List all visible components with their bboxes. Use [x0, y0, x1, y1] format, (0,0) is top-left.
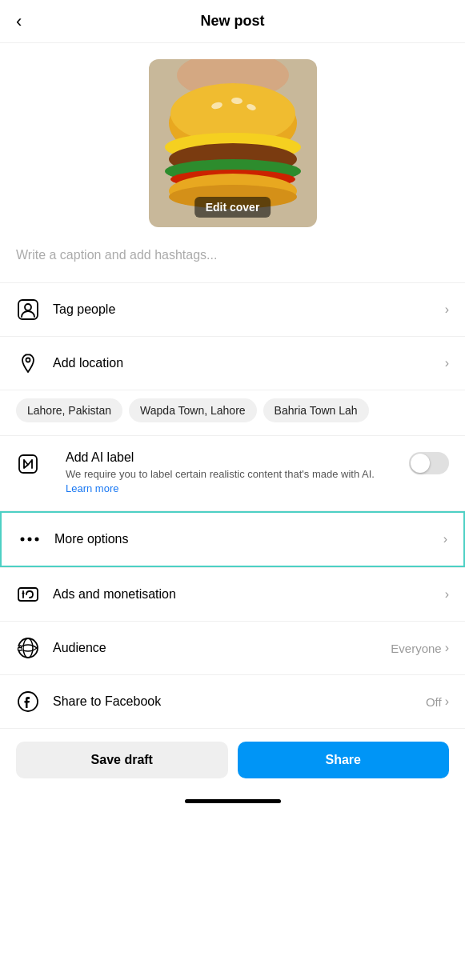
audience-item[interactable]: Audience Everyone ›: [0, 622, 465, 675]
more-options-label: More options: [54, 532, 443, 546]
facebook-icon: [16, 690, 40, 714]
svg-rect-20: [18, 588, 38, 601]
edit-cover-label: Edit cover: [194, 197, 271, 218]
back-button[interactable]: ‹: [16, 11, 22, 32]
audience-label: Audience: [53, 641, 391, 655]
location-icon: [16, 351, 40, 375]
bottom-buttons: Save draft Share: [0, 728, 465, 791]
share-facebook-chevron: ›: [445, 694, 449, 709]
more-options-chevron: ›: [443, 532, 447, 546]
learn-more-link[interactable]: Learn more: [66, 482, 118, 494]
more-options-icon: [18, 527, 42, 551]
add-location-label: Add location: [53, 356, 445, 370]
ai-label-text-block: Add AI label We require you to label cer…: [66, 450, 396, 496]
audience-icon: [16, 636, 40, 660]
ads-chevron: ›: [445, 587, 449, 602]
toggle-knob: [411, 454, 430, 473]
more-options-item[interactable]: More options ›: [0, 511, 465, 567]
chip-bahria[interactable]: Bahria Town Lah: [263, 398, 369, 422]
add-location-item[interactable]: Add location ›: [0, 337, 465, 390]
svg-point-17: [21, 538, 25, 542]
tag-people-icon: [16, 298, 40, 322]
svg-point-14: [25, 304, 31, 310]
tag-people-label: Tag people: [53, 302, 445, 317]
location-chips-row: Lahore, Pakistan Wapda Town, Lahore Bahr…: [0, 390, 465, 436]
ai-label-description: We require you to label certain realisti…: [66, 467, 396, 496]
caption-placeholder: Write a caption and add hashtags...: [16, 248, 217, 262]
bottom-rows: Ads and monetisation › Audience Everyone…: [0, 567, 465, 728]
svg-point-23: [23, 638, 33, 658]
chip-wapda[interactable]: Wapda Town, Lahore: [129, 398, 257, 422]
ai-label-toggle[interactable]: [409, 452, 449, 474]
header: ‹ New post: [0, 0, 465, 43]
svg-point-21: [22, 592, 25, 594]
svg-point-15: [26, 358, 30, 362]
audience-value: Everyone: [391, 642, 441, 655]
audience-chevron: ›: [445, 641, 449, 655]
tag-people-chevron: ›: [445, 302, 449, 317]
ai-label-title: Add AI label: [66, 450, 396, 465]
ai-label-item: Add AI label We require you to label cer…: [0, 436, 465, 511]
svg-point-19: [35, 538, 39, 542]
cover-section: Edit cover: [0, 43, 465, 235]
ads-monetisation-item[interactable]: Ads and monetisation ›: [0, 568, 465, 622]
ads-icon: [16, 582, 40, 606]
ai-label-icon: [16, 452, 40, 476]
save-draft-button[interactable]: Save draft: [16, 742, 228, 778]
svg-point-18: [28, 538, 32, 542]
share-facebook-value: Off: [426, 695, 442, 709]
tag-people-item[interactable]: Tag people ›: [0, 283, 465, 337]
menu-section: Tag people › Add location ›: [0, 283, 465, 390]
share-facebook-label: Share to Facebook: [53, 694, 426, 709]
cover-image-wrapper[interactable]: Edit cover: [149, 59, 317, 227]
caption-input[interactable]: Write a caption and add hashtags...: [0, 235, 465, 283]
chip-lahore[interactable]: Lahore, Pakistan: [16, 398, 122, 422]
ads-label: Ads and monetisation: [53, 587, 445, 602]
page-title: New post: [200, 13, 264, 30]
home-indicator: [0, 791, 465, 808]
add-location-chevron: ›: [445, 356, 449, 370]
share-facebook-item[interactable]: Share to Facebook Off ›: [0, 675, 465, 728]
home-bar: [185, 799, 281, 803]
share-button[interactable]: Share: [238, 742, 450, 778]
